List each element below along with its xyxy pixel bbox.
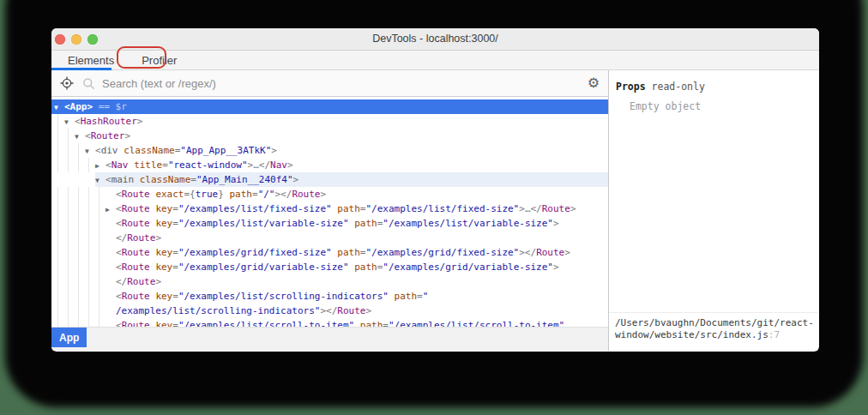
code-segment: className bbox=[140, 174, 191, 185]
tree-row[interactable]: ▼<Router> bbox=[51, 129, 608, 143]
code-segment: = bbox=[172, 203, 178, 214]
code-segment: Route bbox=[536, 247, 564, 258]
search-icon bbox=[82, 77, 95, 90]
code-segment: < bbox=[105, 159, 112, 171]
tab-profiler[interactable]: Profiler bbox=[138, 54, 180, 67]
code-segment: key bbox=[155, 291, 172, 302]
element-tree[interactable]: ▼<App> == $r▼<HashRouter>▼<Router>▼<div … bbox=[51, 97, 608, 327]
tab-elements[interactable]: Elements bbox=[64, 54, 118, 67]
tree-row[interactable]: ▼<HashRouter> bbox=[51, 114, 608, 129]
tree-row[interactable]: ▶<Nav title="react-window">…</Nav> bbox=[51, 158, 608, 172]
code-segment: Route bbox=[122, 218, 150, 229]
code-segment: path bbox=[337, 247, 360, 258]
collapse-arrow-icon[interactable]: ▼ bbox=[54, 100, 64, 115]
tree-row[interactable]: <Route key="/examples/list/scrolling-ind… bbox=[51, 289, 608, 304]
code-segment: < bbox=[116, 218, 122, 229]
close-button[interactable] bbox=[55, 34, 65, 45]
code-segment: true bbox=[196, 189, 219, 200]
source-location[interactable]: /Users/bvaughn/Documents/git/react-windo… bbox=[609, 312, 818, 351]
code-segment: " bbox=[423, 291, 429, 302]
code-segment: Router bbox=[91, 130, 125, 141]
search-input[interactable] bbox=[102, 77, 579, 90]
code-segment: = bbox=[252, 189, 258, 200]
code-segment: </ bbox=[116, 276, 127, 287]
code-segment: … bbox=[525, 203, 531, 214]
code-segment: Route bbox=[122, 247, 150, 258]
code-segment: title bbox=[134, 159, 162, 171]
tab-bar: Elements Profiler bbox=[51, 51, 819, 70]
props-label: Props bbox=[616, 81, 646, 93]
tree-row[interactable]: </Route> bbox=[51, 231, 608, 245]
code-segment: == $r bbox=[93, 101, 127, 112]
code-segment: path bbox=[337, 203, 360, 214]
code-segment: </ bbox=[531, 203, 542, 214]
code-segment: path bbox=[230, 189, 253, 200]
code-segment: "/examples/list/variable-size" bbox=[383, 218, 553, 229]
elements-panel: ⚙ ▼<App> == $r▼<HashRouter>▼<Router>▼<di… bbox=[51, 70, 609, 351]
code-segment: "/examples/grid/fixed-size" bbox=[365, 247, 519, 258]
gear-icon[interactable]: ⚙ bbox=[588, 76, 600, 90]
props-empty-value: Empty object bbox=[609, 93, 818, 112]
props-panel: Props read-only Empty object /Users/bvau… bbox=[609, 70, 818, 351]
code-segment: path bbox=[354, 262, 377, 273]
collapse-arrow-icon[interactable]: ▼ bbox=[75, 129, 85, 144]
code-segment: < bbox=[75, 116, 81, 127]
code-segment: className bbox=[124, 145, 175, 156]
source-line-number: :7 bbox=[769, 329, 780, 340]
code-segment: main bbox=[112, 174, 135, 185]
collapse-arrow-icon[interactable]: ▼ bbox=[95, 173, 105, 188]
code-segment: ></ bbox=[519, 247, 536, 258]
tree-row[interactable]: /examples/list/scrolling-indicators"></R… bbox=[51, 304, 608, 318]
zoom-button[interactable] bbox=[87, 34, 98, 45]
inspect-element-icon[interactable] bbox=[60, 76, 74, 90]
title-bar[interactable]: DevTools - localhost:3000/ bbox=[51, 28, 819, 51]
tree-row[interactable]: ▼<main className="App_Main__240f4"> bbox=[51, 172, 608, 187]
tree-row[interactable]: <Route key="/examples/list/variable-size… bbox=[51, 216, 608, 231]
code-segment: div bbox=[101, 145, 118, 156]
code-segment: "App_Main__240f4" bbox=[196, 174, 293, 185]
code-segment: Route bbox=[122, 203, 150, 214]
code-segment: > bbox=[553, 218, 559, 229]
breadcrumb-app[interactable]: App bbox=[51, 328, 87, 347]
code-segment: > bbox=[155, 232, 161, 244]
code-segment: "/" bbox=[258, 189, 275, 200]
code-segment: path bbox=[360, 320, 383, 327]
code-segment: < bbox=[116, 291, 122, 302]
tree-row[interactable]: ▶<Route key="/examples/list/fixed-size" … bbox=[51, 201, 608, 216]
code-segment: Route bbox=[542, 203, 570, 214]
tree-row[interactable]: <Route key="/examples/grid/variable-size… bbox=[51, 260, 608, 274]
desktop-background: DevTools - localhost:3000/ Elements Prof… bbox=[0, 0, 868, 415]
tree-row[interactable]: ▼<App> == $r bbox=[51, 99, 608, 114]
expand-arrow-icon[interactable]: ▶ bbox=[105, 202, 116, 217]
code-segment: > bbox=[321, 189, 327, 200]
code-segment: HashRouter bbox=[81, 116, 137, 127]
code-segment: Route bbox=[122, 291, 150, 302]
tree-row[interactable]: <Route key="/examples/grid/fixed-size" p… bbox=[51, 245, 608, 260]
code-segment: key bbox=[155, 320, 172, 327]
expand-arrow-icon[interactable]: ▶ bbox=[95, 159, 105, 173]
tree-row[interactable]: ▼<div className="App_App__3ATkK"> bbox=[51, 143, 608, 158]
code-segment: Nav bbox=[270, 159, 287, 171]
collapse-arrow-icon[interactable]: ▼ bbox=[85, 144, 95, 159]
code-segment: /examples/list/scrolling-indicators" bbox=[116, 305, 320, 316]
breadcrumb-bar: App bbox=[51, 327, 608, 351]
traffic-lights bbox=[55, 34, 98, 45]
code-segment: "/examples/grid/variable-size" bbox=[178, 262, 349, 273]
code-segment: "/examples/list/variable-size" bbox=[178, 218, 349, 229]
code-segment bbox=[354, 320, 360, 327]
tree-row[interactable]: </Route> bbox=[51, 274, 608, 289]
tree-row[interactable]: <Route exact={true} path="/"></Route> bbox=[51, 187, 608, 201]
tree-row[interactable]: <Route key="/examples/list/scroll-to-ite… bbox=[51, 318, 608, 327]
collapse-arrow-icon[interactable]: ▼ bbox=[64, 115, 75, 129]
code-segment: < bbox=[116, 247, 122, 258]
code-segment: > bbox=[564, 247, 570, 258]
code-segment: < bbox=[85, 130, 91, 141]
code-segment bbox=[389, 291, 395, 302]
code-segment: = bbox=[162, 159, 168, 171]
code-segment: <App> bbox=[64, 101, 93, 112]
code-segment: < bbox=[116, 320, 122, 327]
code-segment: = bbox=[172, 218, 178, 229]
minimize-button[interactable] bbox=[71, 34, 81, 45]
code-segment: path bbox=[354, 218, 377, 229]
window-title: DevTools - localhost:3000/ bbox=[372, 33, 498, 45]
